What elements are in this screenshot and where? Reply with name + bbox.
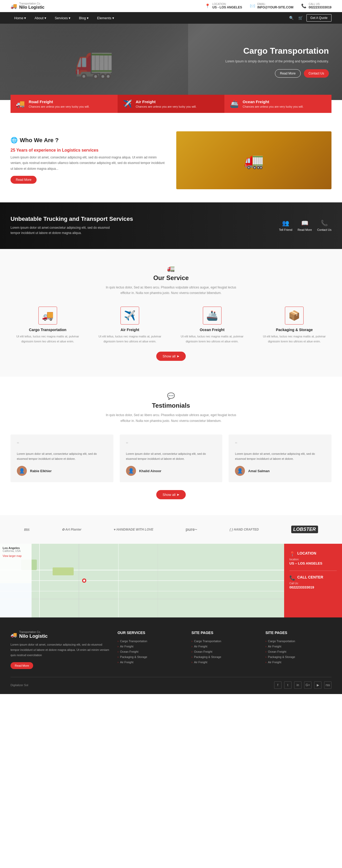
footer-read-more-button[interactable]: Read More (10, 662, 33, 669)
hero-section: 🚛 Cargo Transportation Lorem Ipsum is si… (0, 24, 342, 100)
footer-service-3[interactable]: Ocean Freight (118, 649, 184, 654)
tb-actions: 👥 Tell Friend 📖 Read More 📞 Contact Us (279, 220, 332, 231)
our-service-header: 🚛 Our Service In quis lectus dolor, Sed … (10, 265, 332, 296)
quote-icon-2: " (126, 441, 216, 448)
testimonial-card-3: " Lorem ipsum dolor sit amet, consectetu… (228, 435, 332, 483)
footer-pages-heading-1: SITE PAGES (191, 630, 257, 635)
quote-icon-3: " (235, 441, 325, 448)
map-side-panel: Los Angeles California, USA View larger … (0, 544, 32, 617)
who-read-more-button[interactable]: Read More (10, 176, 37, 184)
nav-item-elements[interactable]: Elements ▾ (93, 13, 118, 23)
road-freight-icon: 🚚 (16, 99, 25, 108)
nav-item-blog[interactable]: Blog ▾ (75, 13, 92, 23)
partners-section: ms ✿ Art Planter ♥ HANDMADE WITH LOVE pu… (0, 515, 342, 544)
author-name-2: Khalid Ainoor (139, 469, 161, 473)
phone-value: 0022233333019 (309, 5, 332, 9)
service-card-road[interactable]: 🚚 Road Freight Chances are unless you ar… (10, 95, 118, 113)
email-info: ✉️ Email: INFO@YOUR-SITE.COM (250, 3, 293, 9)
avatar-2: 👤 (126, 466, 136, 476)
footer-page-1-2[interactable]: Air Freight (191, 644, 257, 649)
service-section-icon: 🚛 (10, 265, 332, 272)
cart-icon[interactable]: 🛒 (297, 15, 304, 21)
author-name-3: Amal Salman (248, 469, 270, 473)
search-icon[interactable]: 🔍 (288, 15, 294, 21)
testimonials-heading: Testimonials (10, 402, 332, 409)
footer-pages-heading-2: SITE PAGES (266, 630, 332, 635)
footer-page-2-3[interactable]: Ocean Freight (266, 649, 332, 654)
testimonial-author-1: 👤 Rabie Elkhier (17, 466, 107, 476)
footer-pages-list-1: Cargo Transportation Air Freight Ocean F… (191, 639, 257, 665)
avatar-3: 👤 (235, 466, 245, 476)
footer-page-1-1[interactable]: Cargo Transportation (191, 639, 257, 644)
partner-6: LOBSTER (291, 526, 318, 533)
service-card-ocean[interactable]: 🚢 Ocean Freight Chances are unless you a… (224, 95, 332, 113)
top-bar: 🚚 Transportation Co. Nilo Logistic 📍 Loc… (0, 0, 342, 12)
email-icon: ✉️ (250, 3, 255, 8)
footer-services-col: OUR SERVICES Cargo Transportation Air Fr… (118, 630, 184, 669)
footer-desc: Lorem ipsum dolor sit amet, consectetur … (10, 642, 110, 658)
footer-services-list: Cargo Transportation Air Freight Ocean F… (118, 639, 184, 665)
quote-button[interactable]: Get A Quote (307, 14, 332, 22)
show-all-button[interactable]: Show all ➤ (156, 352, 186, 361)
quote-icon-1: " (17, 441, 107, 448)
testimonial-text-1: Lorem ipsum dolor sit amet, consectetur … (17, 452, 107, 462)
company-name: Transportation Co. (19, 2, 44, 5)
social-facebook[interactable]: f (274, 681, 281, 689)
transport-desc: Lorem ipsum dolor sit amet consectetur a… (10, 225, 111, 236)
footer-service-4[interactable]: Packaging & Storage (118, 654, 184, 659)
callus-value: 0022233333019 (289, 585, 337, 589)
tell-friend-action[interactable]: 👥 Tell Friend (279, 220, 292, 231)
location-info: 📍 Location: US - LOS ANGELES (205, 3, 242, 9)
footer-page-2-4[interactable]: Packaging & Storage (266, 654, 332, 659)
nav-item-about[interactable]: About ▾ (31, 13, 50, 23)
who-right: 🚛 (176, 131, 332, 189)
transport-title: Unbeatable Trucking and Transport Servic… (10, 216, 133, 222)
ocean-title: Ocean Freight (175, 328, 249, 332)
hero-read-more-button[interactable]: Read More (275, 69, 301, 78)
footer-page-2-1[interactable]: Cargo Transportation (266, 639, 332, 644)
location-value: US - LOS ANGELES (212, 5, 242, 9)
social-twitter[interactable]: t (284, 681, 291, 689)
social-linkedin[interactable]: in (294, 681, 302, 689)
footer-page-1-3[interactable]: Ocean Freight (191, 649, 257, 654)
testimonial-text-3: Lorem ipsum dolor sit amet, consectetur … (235, 452, 325, 462)
social-googleplus[interactable]: G+ (304, 681, 311, 689)
hero-desc: Lorem Ipsum is simply dummy text of the … (225, 59, 329, 64)
service-cards-row: 🚚 Road Freight Chances are unless you ar… (10, 95, 332, 113)
nav-item-services[interactable]: Services ▾ (51, 13, 74, 23)
footer-service-2[interactable]: Air Freight (118, 644, 184, 649)
hero-contact-button[interactable]: Contact Us (304, 69, 329, 78)
callus-label: Call Us: (289, 582, 337, 585)
cargo-title: Cargo Transportation (10, 328, 85, 332)
footer-logo-area: 🚚 Transportation Co. Nilo Logistic (10, 630, 110, 639)
who-desc: Lorem ipsum dolor sit amet, consectetur … (10, 155, 166, 172)
footer-company-name: Transportation Co. (19, 630, 48, 633)
footer-page-2-2[interactable]: Air Freight (266, 644, 332, 649)
social-rss[interactable]: rss (324, 681, 332, 689)
callcenter-icon: 📞 (289, 575, 295, 581)
phone-icon: 📞 (301, 3, 307, 8)
read-more-action[interactable]: 📖 Read More (298, 220, 312, 231)
nav-item-home[interactable]: Home ▾ (10, 13, 30, 23)
phone-info: 📞 Call Us: 0022233333019 (301, 3, 332, 9)
social-youtube[interactable]: ▶ (314, 681, 321, 689)
footer-service-5[interactable]: Air Freight (118, 659, 184, 665)
service-card-air[interactable]: ✈️ Air Freight Chances are unless you ar… (118, 95, 225, 113)
nav-links: Home ▾ About ▾ Services ▾ Blog ▾ Element… (10, 13, 118, 23)
footer-page-1-4[interactable]: Packaging & Storage (191, 654, 257, 659)
footer-service-1[interactable]: Cargo Transportation (118, 639, 184, 644)
partner-5: { } HAND CRAFTED (229, 528, 258, 531)
testimonials-desc: In quis lectus dolor, Sed ac libero arcu… (105, 412, 237, 424)
service-item-ocean: 🚢 Ocean Freight Ut elit tellus, luctus n… (175, 307, 249, 344)
testimonials-show-all-button[interactable]: Show all ➤ (156, 490, 186, 499)
contact-us-action[interactable]: 📞 Contact Us (317, 220, 332, 231)
road-freight-desc: Chances are unless you are very lucky yo… (29, 105, 89, 108)
copyright-text: Digitalizer Sol (10, 683, 28, 687)
ocean-freight-icon: 🚢 (230, 99, 239, 108)
contact-banner-icon: 📞 (321, 220, 328, 227)
footer-page-2-5[interactable]: Air Freight (266, 659, 332, 665)
packaging-desc: Ut elit tellus, luctus nec magna mattis … (257, 334, 332, 344)
location-heading: LOCATION (297, 551, 316, 555)
who-truck-image: 🚛 (176, 131, 332, 189)
footer-page-1-5[interactable]: Air Freight (191, 659, 257, 665)
